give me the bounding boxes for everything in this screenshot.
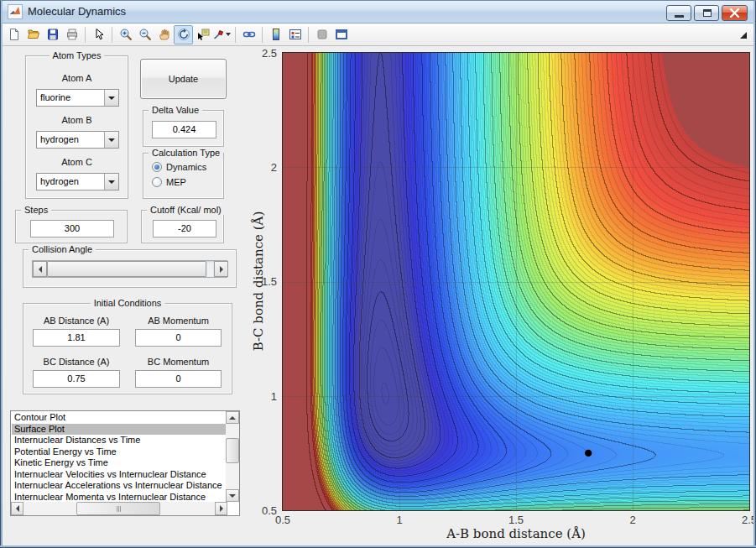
ab-distance-field[interactable]: 1.81 — [33, 329, 120, 347]
matlab-figure-icon — [8, 4, 23, 19]
toolbar-separator — [235, 27, 236, 43]
mep-radio-label: MEP — [166, 177, 186, 187]
x-tick-0: 0.5 — [275, 514, 290, 526]
atom-c-dropdown-button[interactable] — [104, 174, 118, 190]
maximize-icon — [703, 9, 712, 17]
bc-momentum-field[interactable]: 0 — [135, 370, 222, 388]
bc-distance-field[interactable]: 0.75 — [33, 370, 120, 388]
atom-c-dropdown[interactable]: hydrogen — [36, 173, 119, 190]
list-item[interactable]: Contour Plot — [12, 412, 226, 424]
atom-a-dropdown-button[interactable] — [104, 90, 118, 106]
list-item[interactable]: Internuclear Velocities vs Internuclear … — [12, 469, 226, 481]
collision-angle-slider[interactable] — [32, 260, 227, 278]
ab-momentum-field[interactable]: 0 — [135, 329, 222, 347]
atom-a-label: Atom A — [26, 73, 128, 83]
toolbar-button-brush-data[interactable] — [212, 25, 232, 44]
toolbar-button-zoom-in[interactable] — [116, 25, 135, 44]
toolbar-button-zoom-out[interactable] — [135, 25, 154, 44]
mep-radio[interactable] — [152, 177, 162, 187]
atom-types-title: Atom Types — [50, 50, 105, 60]
cutoff-panel: Cutoff (Kcal/ mol) -20 — [141, 210, 224, 243]
x-tick-4: 2.5 — [742, 514, 756, 526]
list-item[interactable]: Kinetic Energy vs Time — [12, 457, 226, 469]
atom-b-dropdown-button[interactable] — [104, 132, 118, 148]
toolbar-button-insert-colorbar[interactable] — [266, 25, 285, 44]
zoom-in-icon — [119, 28, 133, 41]
initial-conditions-title: Initial Conditions — [91, 298, 165, 308]
list-item[interactable]: Internuclear Accelerations vs Internucle… — [12, 480, 226, 492]
toolbar-button-open-file[interactable] — [23, 25, 43, 44]
toolbar-button-show-plot-tools-dock[interactable] — [331, 25, 351, 44]
y-tick-3: 1 — [248, 390, 277, 403]
bc-momentum-label: BC Momentum — [135, 357, 222, 367]
minimize-button[interactable] — [666, 5, 691, 21]
update-button[interactable]: Update — [140, 59, 227, 99]
toolbar-button-pan[interactable] — [154, 25, 174, 44]
list-item[interactable]: Internuclear Distances vs Time — [12, 435, 226, 446]
delta-value-title: Delta Value — [149, 105, 202, 115]
minimize-icon — [675, 15, 684, 18]
brush-icon — [213, 28, 224, 41]
zoom-out-icon — [138, 28, 152, 41]
maximize-button[interactable] — [694, 5, 719, 21]
arrow-left-icon — [16, 505, 19, 512]
toolbar-button-hide-plot-tools[interactable] — [312, 25, 331, 44]
scroll-up-button[interactable] — [226, 411, 239, 424]
dynamics-radio-row[interactable]: Dynamics — [152, 162, 206, 172]
data-cursor-icon — [196, 28, 210, 41]
list-item[interactable]: Surface Plot — [12, 424, 226, 436]
cutoff-field[interactable]: -20 — [153, 220, 216, 237]
close-button[interactable] — [722, 5, 748, 21]
arrow-left-icon — [39, 266, 42, 273]
figure-toolbar — [0, 23, 756, 46]
dynamics-radio[interactable] — [152, 162, 162, 172]
delta-value-field[interactable]: 0.424 — [152, 121, 216, 138]
list-item[interactable]: Potential Energy vs Time — [12, 446, 226, 458]
toolbar-button-link-plots[interactable] — [239, 25, 258, 44]
dynamics-radio-label: Dynamics — [166, 162, 206, 172]
toolbar-button-pointer[interactable] — [89, 25, 108, 44]
toolbar-separator — [262, 27, 263, 43]
y-tick-0: 2.5 — [248, 47, 277, 60]
mep-radio-row[interactable]: MEP — [152, 177, 186, 187]
atom-c-value: hydrogen — [40, 174, 79, 190]
dock-figure-icon — [335, 28, 348, 41]
toolbar-button-save-figure[interactable] — [43, 25, 62, 44]
toolbar-button-rotate-3d[interactable] — [174, 25, 193, 44]
scroll-left-button[interactable] — [11, 502, 23, 515]
title-bar: Molecular Dynamics — [0, 0, 756, 23]
slider-thumb[interactable] — [47, 261, 206, 277]
initial-conditions-panel: Initial Conditions AB Distance (A) AB Mo… — [23, 303, 232, 394]
arrow-right-icon — [220, 505, 223, 512]
link-icon — [242, 28, 256, 41]
toolbar-button-insert-legend[interactable] — [285, 25, 305, 44]
slider-right-arrow[interactable] — [214, 261, 228, 277]
toolbar-button-new-file[interactable] — [4, 25, 23, 44]
calculation-type-title: Calculation Type — [149, 148, 223, 158]
printer-icon — [65, 28, 79, 41]
calculation-type-panel: Calculation Type Dynamics MEP — [143, 153, 224, 199]
contour-plot-canvas[interactable] — [282, 52, 750, 511]
toolbar-button-print-figure[interactable] — [62, 25, 81, 44]
brush-dropdown-caret[interactable] — [226, 33, 231, 36]
vertical-scrollbar[interactable] — [226, 411, 239, 502]
steps-field[interactable]: 300 — [30, 220, 114, 237]
toolbar-overflow-arrow[interactable] — [740, 32, 747, 39]
toolbar-button-data-cursor[interactable] — [193, 25, 212, 44]
window-border — [0, 0, 3, 548]
atom-a-dropdown[interactable]: fluorine — [36, 89, 119, 107]
open-folder-icon — [27, 28, 40, 41]
slider-track[interactable] — [206, 261, 214, 277]
horizontal-scrollbar[interactable] — [11, 502, 227, 515]
scroll-right-button[interactable] — [215, 502, 227, 515]
vertical-scroll-thumb[interactable] — [226, 438, 239, 463]
ab-momentum-label: AB Momentum — [135, 316, 222, 326]
scroll-down-button[interactable] — [226, 489, 239, 502]
atom-b-dropdown[interactable]: hydrogen — [36, 131, 119, 149]
legend-icon — [289, 28, 302, 41]
horizontal-scroll-thumb[interactable] — [76, 502, 160, 515]
slider-left-arrow[interactable] — [33, 261, 47, 277]
ab-distance-label: AB Distance (A) — [33, 316, 120, 326]
chevron-down-icon — [108, 97, 115, 100]
list-item[interactable]: Internuclear Momenta vs Internuclear Dis… — [12, 492, 226, 504]
